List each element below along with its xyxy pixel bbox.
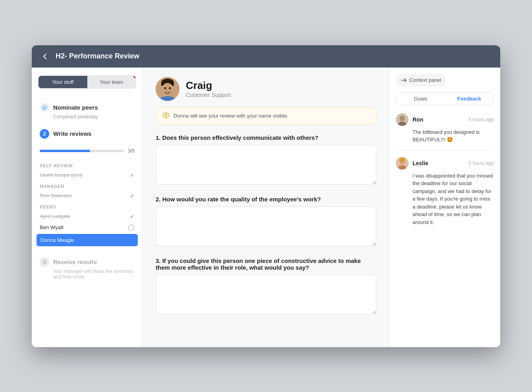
panel-divider [396, 150, 494, 151]
notice-text: Donna will see your review with your nam… [173, 113, 289, 119]
tab-goals[interactable]: Goals [396, 93, 445, 105]
right-panel: Context panel Goals Feedback Ron [389, 68, 500, 347]
feedback-time-leslie: 5 hours ago [469, 160, 494, 166]
section-self-review-label: SELF REVIEW [32, 160, 143, 170]
question-1-answer[interactable] [156, 145, 376, 185]
review-item-ben[interactable]: Ben Wyatt [32, 222, 143, 233]
feedback-avatar-leslie [396, 157, 409, 170]
eye-icon [162, 112, 170, 120]
review-name-leslie: Leslie Knope (you) [40, 172, 83, 178]
step-receive-results: 3 Receive results Your manager will shar… [32, 253, 143, 284]
question-3-answer[interactable] [156, 275, 376, 315]
step-receive-subtitle: Your manager will share the summary and … [53, 268, 135, 280]
review-name-ron: Ron Swanson [40, 193, 72, 199]
person-header: Craig Customer Support [156, 77, 376, 101]
feedback-text-ron: The billboard you designed is BEAUTIFUL!… [396, 128, 494, 144]
question-1-block: 1. Does this person effectively communic… [156, 134, 376, 186]
avatar [156, 77, 179, 101]
progress-label: 3/5 [128, 148, 135, 154]
section-peers-label: PEERS [32, 201, 143, 211]
feedback-text-leslie: I was disappointed that you missed the d… [396, 172, 494, 226]
back-button[interactable] [41, 52, 49, 60]
check-icon-ron: ✓ [130, 193, 135, 199]
review-item-ron[interactable]: Ron Swanson ✓ [32, 190, 143, 201]
feedback-header-ron: Ron 5 hours ago [396, 113, 494, 126]
step-circle-nominate [40, 103, 49, 112]
question-2-text: 2. How would you rate the quality of the… [156, 196, 376, 203]
view-tabs: Your stuff Your team [38, 75, 136, 89]
svg-point-7 [167, 89, 168, 91]
review-name-april: April Ludgate [40, 213, 70, 219]
svg-point-13 [399, 116, 405, 121]
main-content: Craig Customer Support Donna will see yo… [143, 68, 389, 347]
step-circle-write-reviews: 2 [40, 129, 49, 139]
progress-bar-row: 3/5 [40, 148, 135, 154]
feedback-item-ron: Ron 5 hours ago The billboard you design… [396, 113, 494, 144]
step-write-reviews: 2 Write reviews [32, 124, 143, 145]
review-item-donna[interactable]: Donna Meagle [37, 234, 138, 246]
step-write-reviews-title: Write reviews [53, 130, 91, 137]
question-2-answer[interactable] [156, 207, 376, 246]
question-1-text: 1. Does this person effectively communic… [156, 134, 376, 141]
question-3-text: 3. If you could give this person one pie… [156, 257, 376, 271]
progress-bar-fill [40, 150, 90, 152]
step-nominate: Nominate peers Completed yesterday [32, 98, 143, 124]
context-panel-label: Context panel [409, 77, 441, 83]
tab-feedback[interactable]: Feedback [445, 93, 494, 105]
feedback-name-leslie: Leslie [412, 160, 428, 166]
svg-point-5 [164, 87, 166, 89]
feedback-avatar-ron [396, 113, 409, 126]
section-manager-label: MANAGER [32, 181, 143, 190]
page-title: H2- Performance Review [56, 52, 139, 60]
feedback-name-ron: Ron [412, 116, 423, 123]
person-info: Craig Customer Support [186, 79, 231, 98]
feedback-time-ron: 5 hours ago [469, 117, 494, 122]
step-circle-receive: 3 [40, 257, 49, 267]
check-icon-leslie: ✓ [130, 172, 135, 178]
context-panel-button[interactable]: Context panel [396, 74, 446, 87]
header: H2- Performance Review [32, 45, 500, 68]
feedback-header-leslie: Leslie 5 hours ago [396, 157, 494, 170]
question-3-block: 3. If you could give this person one pie… [156, 257, 376, 316]
svg-point-11 [166, 114, 167, 116]
panel-tabs: Goals Feedback [396, 92, 494, 105]
sidebar: Your stuff Your team Nominate peers Comp… [32, 68, 143, 347]
svg-point-18 [399, 158, 405, 162]
check-icon-april: ✓ [130, 213, 135, 220]
tab-your-team[interactable]: Your team [87, 76, 136, 88]
review-name-ben: Ben Wyatt [40, 224, 64, 230]
notice-banner: Donna will see your review with your nam… [156, 107, 376, 125]
feedback-item-leslie: Leslie 5 hours ago I was disappointed th… [396, 157, 494, 226]
svg-point-6 [169, 87, 171, 89]
tab-your-stuff[interactable]: Your stuff [39, 76, 87, 88]
app-window: H2- Performance Review Your stuff Your t… [32, 45, 500, 347]
review-item-april[interactable]: April Ludgate ✓ [32, 211, 143, 222]
question-2-block: 2. How would you rate the quality of the… [156, 196, 376, 248]
review-name-donna: Donna Meagle [40, 237, 74, 243]
step-nominate-title: Nominate peers [53, 104, 98, 111]
step-nominate-subtitle: Completed yesterday [53, 114, 135, 120]
notification-dot [133, 75, 136, 78]
body: Your stuff Your team Nominate peers Comp… [32, 68, 500, 347]
progress-bar-bg [40, 150, 124, 152]
person-name: Craig [186, 79, 231, 92]
person-role: Customer Support [186, 92, 231, 98]
step-receive-title: Receive results [53, 259, 97, 265]
review-item-leslie[interactable]: Leslie Knope (you) ✓ [32, 170, 143, 181]
circle-icon-ben [128, 224, 135, 231]
